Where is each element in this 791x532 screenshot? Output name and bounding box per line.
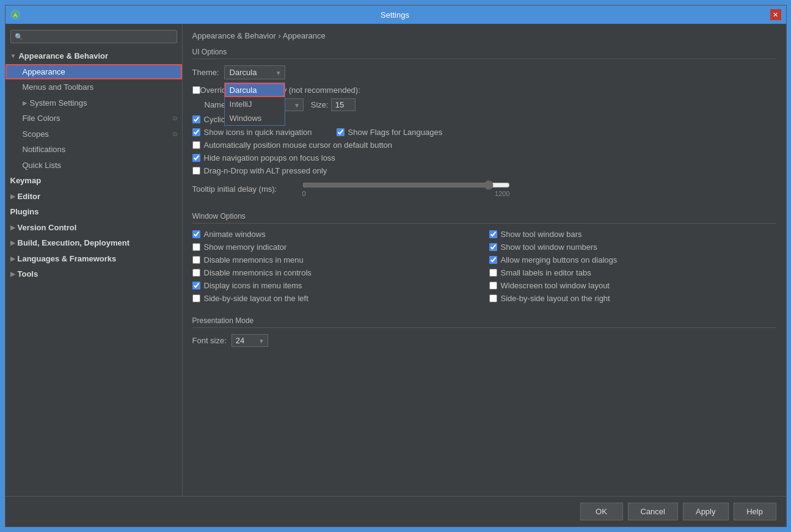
show-tool-bars-row: Show tool window bars bbox=[489, 230, 776, 239]
show-flags-row: Show Flags for Languages bbox=[337, 128, 443, 137]
side-by-side-left-checkbox[interactable] bbox=[192, 294, 200, 302]
search-box[interactable]: 🔍 bbox=[10, 30, 177, 43]
slider-min: 0 bbox=[302, 190, 306, 197]
ui-options-title: UI Options bbox=[192, 48, 776, 59]
sidebar-item-system-settings[interactable]: ▶ System Settings bbox=[5, 95, 182, 111]
sidebar-item-tools[interactable]: ▶ Tools bbox=[5, 266, 182, 282]
small-labels-checkbox[interactable] bbox=[489, 269, 497, 277]
cancel-button[interactable]: Cancel bbox=[628, 503, 678, 520]
apply-button[interactable]: Apply bbox=[683, 503, 729, 520]
dialog-title: Settings bbox=[20, 10, 770, 20]
disable-mnemonics-menu-label: Disable mnemonics in menu bbox=[204, 255, 304, 264]
animate-windows-checkbox[interactable] bbox=[192, 230, 200, 238]
sidebar-label: Keymap bbox=[10, 175, 42, 187]
disable-mnemonics-menu-row: Disable mnemonics in menu bbox=[192, 255, 479, 264]
side-by-side-left-label: Side-by-side layout on the left bbox=[204, 294, 308, 303]
settings-dialog: A Settings ✕ 🔍 ▼ Appearance & Behavior A… bbox=[5, 5, 787, 527]
presentation-mode-section: Presentation Mode Font size: 12 16 20 24… bbox=[192, 316, 776, 347]
show-flags-checkbox[interactable] bbox=[337, 128, 344, 136]
auto-mouse-checkbox[interactable] bbox=[192, 141, 200, 149]
expand-arrow: ▶ bbox=[10, 223, 15, 232]
show-icons-flags-row: Show icons in quick navigation Show Flag… bbox=[192, 128, 776, 140]
show-memory-checkbox[interactable] bbox=[192, 243, 200, 251]
tooltip-slider-row: Tooltip initial delay (ms): 0 1200 bbox=[192, 180, 776, 197]
sidebar-item-languages-frameworks[interactable]: ▶ Languages & Frameworks bbox=[5, 251, 182, 267]
theme-label: Theme: bbox=[192, 68, 219, 77]
cyclic-scrolling-checkbox[interactable] bbox=[192, 115, 200, 123]
show-tool-bars-checkbox[interactable] bbox=[489, 230, 497, 238]
sidebar-item-menus-toolbars[interactable]: Menus and Toolbars bbox=[5, 79, 182, 95]
help-button[interactable]: Help bbox=[734, 503, 776, 520]
slider-max: 1200 bbox=[495, 190, 509, 197]
sidebar: 🔍 ▼ Appearance & Behavior Appearance Men… bbox=[5, 24, 183, 496]
drag-drop-label: Drag-n-Drop with ALT pressed only bbox=[204, 166, 327, 175]
expand-arrow: ▶ bbox=[10, 269, 15, 279]
ok-button[interactable]: OK bbox=[580, 503, 623, 520]
sidebar-label: Version Control bbox=[18, 222, 77, 234]
close-button[interactable]: ✕ bbox=[770, 9, 781, 20]
dropdown-item-darcula[interactable]: Darcula bbox=[225, 83, 285, 97]
animate-windows-label: Animate windows bbox=[204, 230, 266, 239]
disable-mnemonics-menu-checkbox[interactable] bbox=[192, 256, 200, 264]
window-options-section: Window Options Animate windows Show memo… bbox=[192, 212, 776, 307]
copy-icon: ⧉ bbox=[173, 114, 177, 123]
sidebar-item-scopes[interactable]: Scopes ⧉ bbox=[5, 126, 182, 142]
show-icons-nav-label: Show icons in quick navigation bbox=[204, 128, 312, 137]
sidebar-item-version-control[interactable]: ▶ Version Control bbox=[5, 220, 182, 236]
search-input[interactable] bbox=[26, 32, 173, 41]
font-size-input[interactable] bbox=[331, 98, 355, 111]
font-name-row: Name: YaHei UI ▼ Size: bbox=[205, 98, 776, 111]
size-label: Size: bbox=[311, 100, 329, 109]
expand-arrow: ▼ bbox=[10, 51, 16, 60]
show-icons-nav-checkbox[interactable] bbox=[192, 128, 200, 136]
auto-mouse-label: Automatically position mouse cursor on d… bbox=[204, 140, 393, 150]
hide-nav-label: Hide navigation popups on focus loss bbox=[204, 153, 335, 162]
breadcrumb: Appearance & Behavior › Appearance bbox=[192, 31, 776, 40]
slider-labels: 0 1200 bbox=[302, 190, 510, 197]
sidebar-item-file-colors[interactable]: File Colors ⧉ bbox=[5, 111, 182, 126]
sidebar-item-appearance[interactable]: Appearance bbox=[5, 64, 182, 80]
dropdown-item-windows[interactable]: Windows bbox=[225, 111, 285, 125]
allow-merging-row: Allow merging buttons on dialogs bbox=[489, 255, 776, 264]
show-memory-label: Show memory indicator bbox=[204, 242, 287, 252]
sidebar-label: Build, Execution, Deployment bbox=[18, 237, 129, 249]
show-tool-numbers-label: Show tool window numbers bbox=[501, 242, 597, 252]
title-bar: A Settings ✕ bbox=[5, 5, 786, 24]
show-tool-numbers-row: Show tool window numbers bbox=[489, 242, 776, 252]
expand-arrow: ▶ bbox=[23, 98, 27, 107]
sidebar-item-notifications[interactable]: Notifications bbox=[5, 142, 182, 158]
sidebar-label: Scopes bbox=[23, 128, 49, 140]
widescreen-checkbox[interactable] bbox=[489, 282, 497, 290]
show-tool-numbers-checkbox[interactable] bbox=[489, 243, 497, 251]
side-by-side-right-checkbox[interactable] bbox=[489, 294, 497, 302]
theme-dropdown[interactable]: Darcula ▼ bbox=[224, 65, 285, 79]
expand-arrow: ▶ bbox=[10, 192, 15, 201]
animate-windows-row: Animate windows bbox=[192, 230, 479, 239]
hide-nav-checkbox[interactable] bbox=[192, 154, 200, 162]
show-tool-bars-label: Show tool window bars bbox=[501, 230, 582, 239]
sidebar-item-keymap[interactable]: Keymap bbox=[5, 173, 182, 189]
tooltip-slider[interactable] bbox=[302, 180, 510, 190]
app-icon: A bbox=[10, 10, 20, 20]
display-icons-menu-checkbox[interactable] bbox=[192, 282, 200, 290]
sidebar-item-quick-lists[interactable]: Quick Lists bbox=[5, 158, 182, 173]
side-by-side-right-label: Side-by-side layout on the right bbox=[501, 294, 610, 303]
sidebar-item-editor[interactable]: ▶ Editor bbox=[5, 189, 182, 205]
sidebar-item-plugins[interactable]: Plugins bbox=[5, 204, 182, 220]
drag-drop-checkbox[interactable] bbox=[192, 167, 200, 175]
allow-merging-checkbox[interactable] bbox=[489, 256, 497, 264]
disable-mnemonics-controls-checkbox[interactable] bbox=[192, 269, 200, 277]
side-by-side-left-row: Side-by-side layout on the left bbox=[192, 294, 479, 303]
small-labels-row: Small labels in editor tabs bbox=[489, 268, 776, 277]
svg-text:A: A bbox=[13, 12, 16, 18]
dropdown-item-intellij[interactable]: IntelliJ bbox=[225, 97, 285, 111]
presentation-font-size-wrapper: 12 16 20 24 28 32 ▼ bbox=[231, 334, 268, 347]
presentation-font-size-select[interactable]: 12 16 20 24 28 32 bbox=[231, 334, 268, 347]
sidebar-label: Quick Lists bbox=[23, 159, 62, 172]
small-labels-label: Small labels in editor tabs bbox=[501, 268, 591, 277]
sidebar-item-appearance-behavior[interactable]: ▼ Appearance & Behavior bbox=[5, 48, 182, 64]
window-options-left: Animate windows Show memory indicator Di… bbox=[192, 230, 479, 307]
sidebar-item-build-execution[interactable]: ▶ Build, Execution, Deployment bbox=[5, 235, 182, 251]
override-font-checkbox[interactable] bbox=[192, 86, 200, 94]
theme-dropdown-list: Darcula IntelliJ Windows bbox=[224, 82, 285, 126]
